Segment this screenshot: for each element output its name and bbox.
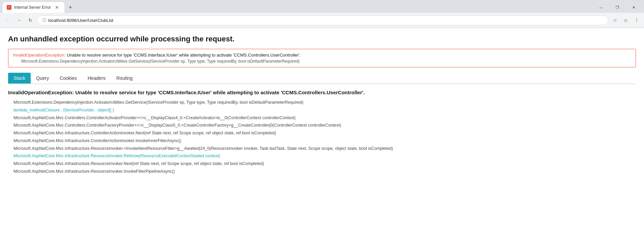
- active-tab[interactable]: ! Internal Server Error ✕: [3, 2, 64, 13]
- stack-list-item: lambda_method(Closure , IServiceProvider…: [8, 106, 636, 114]
- minimize-button[interactable]: —: [593, 1, 609, 14]
- tab-title: Internal Server Error: [14, 5, 51, 10]
- window-controls: — ❐ ✕: [593, 1, 641, 14]
- page-content: An unhandled exception occurred while pr…: [0, 28, 644, 182]
- browser-chrome: ! Internal Server Error ✕ + — ❐ ✕ ← → ↻ …: [0, 0, 644, 28]
- lock-icon: ⓘ: [42, 18, 46, 23]
- stack-list: Microsoft.Extensions.DependencyInjection…: [8, 99, 636, 175]
- error-heading: An unhandled exception occurred while pr…: [8, 35, 636, 43]
- tab-stack[interactable]: Stack: [8, 73, 31, 83]
- stack-list-item: Microsoft.AspNetCore.Mvc.Infrastructure.…: [8, 145, 636, 153]
- stack-list-item: Microsoft.AspNetCore.Mvc.Controllers.Con…: [8, 114, 636, 122]
- new-tab-button[interactable]: +: [66, 3, 75, 12]
- error-sub-line: Microsoft.Extensions.DependencyInjection…: [13, 59, 631, 64]
- error-type: InvalidOperationException:: [13, 53, 65, 58]
- forward-button[interactable]: →: [14, 15, 24, 25]
- restore-button[interactable]: ❐: [610, 1, 625, 14]
- stack-list-item: Microsoft.Extensions.DependencyInjection…: [8, 99, 636, 106]
- stack-list-item: Microsoft.AspNetCore.Mvc.Infrastructure.…: [8, 160, 636, 168]
- tab-bar: ! Internal Server Error ✕ + — ❐ ✕: [0, 0, 644, 13]
- stack-list-item: Microsoft.AspNetCore.Mvc.Infrastructure.…: [8, 129, 636, 137]
- stack-error-heading: InvalidOperationException: Unable to res…: [8, 90, 636, 95]
- close-button[interactable]: ✕: [626, 1, 641, 14]
- stack-list-item: Microsoft.AspNetCore.Mvc.Infrastructure.…: [8, 137, 636, 145]
- stack-list-item: Microsoft.AspNetCore.Mvc.Infrastructure.…: [8, 152, 636, 160]
- tabs-bar: Stack Query Cookies Headers Routing: [8, 73, 636, 84]
- reload-button[interactable]: ↻: [26, 15, 35, 25]
- address-actions: ☆ ☺ ⋮: [610, 15, 641, 25]
- url-text: localhost:8096/User/UserClubList: [48, 18, 113, 23]
- address-bar: ← → ↻ ⓘ localhost:8096/User/UserClubList…: [0, 13, 644, 28]
- back-button[interactable]: ←: [3, 15, 12, 25]
- profile-button[interactable]: ☺: [621, 15, 631, 25]
- tab-headers[interactable]: Headers: [82, 73, 111, 83]
- url-bar[interactable]: ⓘ localhost:8096/User/UserClubList: [37, 15, 608, 25]
- tab-query[interactable]: Query: [31, 73, 54, 83]
- tab-close-button[interactable]: ✕: [54, 4, 60, 11]
- error-message: Unable to resolve service for type 'CCMS…: [65, 53, 301, 58]
- error-main-line: InvalidOperationException: Unable to res…: [13, 53, 631, 58]
- bookmark-button[interactable]: ☆: [610, 15, 620, 25]
- stack-list-item: Microsoft.AspNetCore.Mvc.Controllers.Con…: [8, 122, 636, 129]
- tab-routing[interactable]: Routing: [111, 73, 138, 83]
- stack-list-item: Microsoft.AspNetCore.Mvc.Infrastructure.…: [8, 168, 636, 175]
- tab-cookies[interactable]: Cookies: [54, 73, 82, 83]
- error-box: InvalidOperationException: Unable to res…: [8, 49, 636, 67]
- stack-section: InvalidOperationException: Unable to res…: [8, 90, 636, 175]
- menu-button[interactable]: ⋮: [632, 15, 641, 25]
- tab-favicon: !: [7, 5, 11, 10]
